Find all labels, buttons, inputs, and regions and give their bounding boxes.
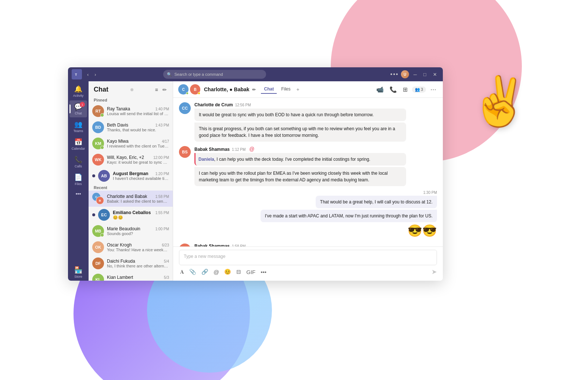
chat-item-ray[interactable]: RT Ray Tanaka 1:40 PM Louisa will send t… — [89, 103, 173, 119]
left-rail: 🔔 Activity 1 💬 Chat 👥 Teams 📅 Calendar 📞… — [68, 81, 89, 281]
sidebar-item-activity[interactable]: 🔔 Activity — [69, 83, 87, 100]
chat-name-august: August Bergman — [113, 171, 148, 176]
gif-icon[interactable]: GIF — [245, 268, 257, 276]
sidebar-header: Chat ≡ ✏ — [89, 81, 173, 96]
chat-info-will: Will, Kayo, Eric, +2 12:00 PM Kayo: it w… — [107, 155, 169, 164]
edit-chat-icon[interactable]: ✏ — [252, 87, 256, 92]
tab-files[interactable]: Files — [278, 85, 293, 94]
chat-time-beth: 1:43 PM — [155, 123, 169, 127]
message-input-box[interactable]: Type a new message — [179, 250, 437, 265]
chat-preview-daichi: No, I think there are other alternatives… — [107, 264, 169, 268]
avatar-charlotte-babak: C B — [92, 193, 104, 205]
link-icon[interactable]: 🔗 — [200, 267, 209, 276]
header-avatars: C B — [178, 84, 200, 95]
format-icon[interactable]: 𝐀 — [179, 267, 185, 276]
chat-name-daichi: Daichi Fukuda — [107, 259, 135, 264]
compose-icon[interactable]: ✏ — [162, 86, 168, 93]
minimize-button[interactable]: ─ — [411, 72, 419, 77]
chat-info-daichi: Daichi Fukuda 5/4 No, I think there are … — [107, 259, 169, 268]
participants-badge[interactable]: 👥 3 — [412, 86, 426, 93]
chat-sidebar: Chat ≡ ✏ Pinned RT Ray Tanaka 1:40 PM — [89, 81, 173, 281]
recent-section-label: Recent — [89, 184, 173, 191]
more-options-button[interactable]: ⋯ — [429, 85, 438, 95]
msg-avatar-charlotte: CC — [179, 102, 191, 114]
chat-item-kayo[interactable]: KM Kayo Miwa 4/17 I reviewed with the cl… — [89, 135, 173, 152]
chat-preview-beth: Thanks, that would be nice. — [107, 128, 169, 132]
avatar-august: AB — [98, 170, 110, 182]
tab-chat[interactable]: Chat — [261, 85, 277, 94]
chat-item-oscar[interactable]: OK Oscar Krogh 6/23 You: Thanks! Have a … — [89, 239, 173, 255]
forward-button[interactable]: › — [92, 71, 98, 78]
msg-avatar-babak-2: BS — [179, 244, 191, 246]
status-indicator — [130, 88, 133, 91]
chat-item-charlotte-babak[interactable]: C B Charlotte and Babak 1:58 PM Babak: I… — [89, 191, 173, 207]
back-button[interactable]: ‹ — [85, 71, 91, 78]
chat-item-august[interactable]: AB August Bergman 1:20 PM I haven't chec… — [89, 168, 173, 184]
teams-window: T ‹ › 🔍 Search or type a command ••• U ─… — [68, 67, 443, 281]
message-group-babak-1: BS Babak Shammas 1:12 PM @ Daniela, I ca… — [179, 146, 437, 186]
search-bar[interactable]: 🔍 Search or type a command — [163, 70, 266, 79]
header-avatar-charlotte: C — [178, 84, 189, 95]
mention-icon[interactable]: @ — [212, 268, 220, 276]
mention-daniela-1: Daniela — [198, 157, 214, 162]
charlotte-online-indicator — [186, 92, 189, 95]
msg-bubble-babak-1b: I can help you with the rollout plan for… — [194, 167, 406, 186]
teams-logo: T — [72, 69, 82, 79]
user-avatar[interactable]: U — [401, 70, 409, 78]
voice-call-button[interactable]: 📞 — [388, 85, 398, 95]
chat-info-beth: Beth Davis 1:43 PM Thanks, that would be… — [107, 122, 169, 132]
emoji-icon[interactable]: 😊 — [223, 267, 232, 276]
chat-header-actions: 📹 📞 ⊞ 👥 3 ⋯ — [375, 85, 438, 95]
teams-label: Teams — [74, 129, 83, 133]
chat-preview-august: I haven't checked available times yet — [113, 176, 169, 181]
sidebar-item-calls[interactable]: 📞 Calls — [69, 153, 87, 170]
sidebar-item-store[interactable]: 🏪 Store — [69, 264, 87, 281]
chat-info-charlotte-babak: Charlotte and Babak 1:58 PM Babak: I ask… — [107, 194, 169, 203]
sidebar-item-more[interactable]: ••• — [69, 189, 87, 200]
maximize-button[interactable]: □ — [421, 72, 429, 77]
search-icon: 🔍 — [167, 72, 172, 77]
sidebar-item-calendar[interactable]: 📅 Calendar — [69, 136, 87, 153]
chat-preview-marie: Sounds good? — [107, 231, 169, 236]
screen-share-button[interactable]: ⊞ — [401, 85, 409, 95]
msg-meta-charlotte: Charlotte de Crum 12:56 PM — [194, 102, 406, 107]
chat-item-will[interactable]: WK Will, Kayo, Eric, +2 12:00 PM Kayo: i… — [89, 152, 173, 168]
avatar-kian: KL — [92, 274, 104, 281]
more-toolbar-icon[interactable]: ••• — [259, 268, 268, 276]
chat-info-marie: Marie Beaudouin 1:00 PM Sounds good? — [107, 226, 169, 236]
tab-add[interactable]: + — [295, 86, 301, 93]
sticker-icon[interactable]: ⊟ — [235, 267, 242, 276]
msg-content-me: 1:30 PM That would be a great help, I wi… — [225, 191, 437, 239]
more-options[interactable]: ••• — [390, 71, 399, 78]
chat-item-marie[interactable]: MB Marie Beaudouin 1:00 PM Sounds good? — [89, 223, 173, 239]
chat-item-kian[interactable]: KL Kian Lambert 5/3 Have you run this by… — [89, 271, 173, 281]
attach-icon[interactable]: 📎 — [188, 267, 197, 276]
participants-count: 3 — [421, 87, 423, 92]
chat-info-kian: Kian Lambert 5/3 Have you run this by Be… — [107, 275, 169, 281]
chat-item-beth[interactable]: BD Beth Davis 1:43 PM Thanks, that would… — [89, 119, 173, 135]
input-placeholder: Type a new message — [184, 254, 225, 259]
message-group-charlotte: CC Charlotte de Crum 12:56 PM It would b… — [179, 102, 437, 142]
calls-icon: 📞 — [74, 156, 82, 164]
title-bar: T ‹ › 🔍 Search or type a command ••• U ─… — [68, 67, 443, 81]
msg-sender-charlotte: Charlotte de Crum — [194, 102, 233, 107]
sidebar-item-files[interactable]: 📄 Files — [69, 171, 87, 188]
chat-item-emiliano[interactable]: EC Emiliano Ceballos 1:55 PM 😊😊 — [89, 207, 173, 223]
close-button[interactable]: ✕ — [431, 72, 439, 77]
sidebar-title: Chat — [94, 86, 108, 93]
chat-name-will: Will, Kayo, Eric, +2 — [107, 155, 144, 160]
chat-time-will: 12:00 PM — [153, 156, 169, 160]
sidebar-item-chat[interactable]: 1 💬 Chat — [69, 100, 87, 117]
msg-content-charlotte: Charlotte de Crum 12:56 PM It would be g… — [194, 102, 406, 142]
video-call-button[interactable]: 📹 — [375, 85, 385, 95]
sidebar-item-teams[interactable]: 👥 Teams — [69, 118, 87, 135]
filter-icon[interactable]: ≡ — [154, 86, 159, 93]
nav-arrows: ‹ › — [85, 71, 98, 78]
chat-item-daichi[interactable]: DF Daichi Fukuda 5/4 No, I think there a… — [89, 255, 173, 271]
send-button[interactable]: ➤ — [431, 268, 437, 276]
chat-preview-kayo: I reviewed with the client on Tuesda... — [107, 144, 169, 148]
msg-content-babak-1: Babak Shammas 1:12 PM @ Daniela, I can h… — [194, 146, 406, 186]
input-toolbar: 𝐀 📎 🔗 @ 😊 ⊟ GIF ••• ➤ — [179, 267, 437, 276]
chat-name-kian: Kian Lambert — [107, 275, 133, 280]
chat-time-oscar: 6/23 — [162, 243, 169, 247]
